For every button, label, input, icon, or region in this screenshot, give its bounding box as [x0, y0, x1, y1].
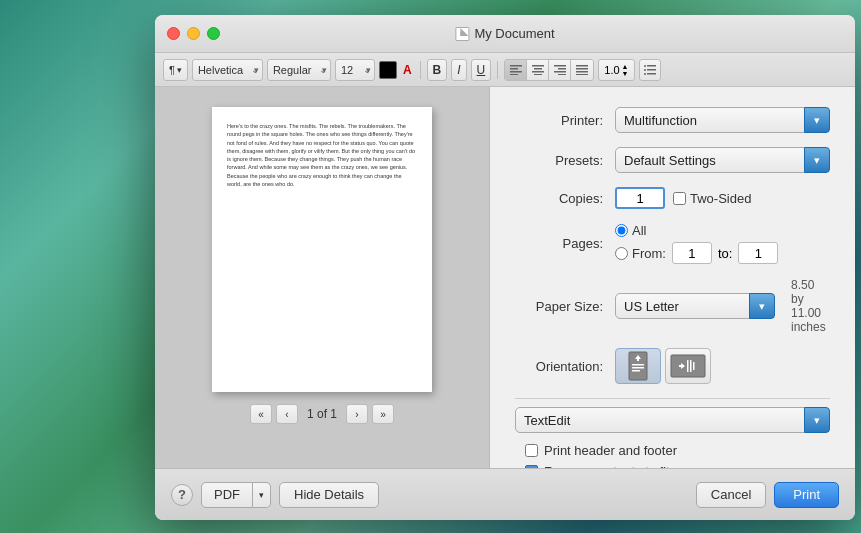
first-page-button[interactable]: «	[250, 404, 272, 424]
pages-all-radio[interactable]	[615, 224, 628, 237]
spacing-value: 1.0	[604, 64, 619, 76]
copies-input[interactable]	[615, 187, 665, 209]
print-header-checkbox[interactable]	[525, 444, 538, 457]
landscape-button[interactable]	[665, 348, 711, 384]
pages-from-radio[interactable]	[615, 247, 628, 260]
font-style-select[interactable]: Regular	[267, 59, 331, 81]
preview-text: Here's to the crazy ones. The misfits. T…	[227, 122, 417, 188]
copies-row: Copies: Two-Sided	[515, 187, 830, 209]
last-page-button[interactable]: »	[372, 404, 394, 424]
two-sided-label: Two-Sided	[673, 191, 751, 206]
svg-rect-14	[576, 71, 588, 73]
bottom-bar: ? PDF ▾ Hide Details Cancel Print	[155, 468, 855, 520]
minimize-button[interactable]	[187, 27, 200, 40]
font-size-wrapper: 12 ▾	[335, 59, 375, 81]
svg-rect-2	[510, 71, 522, 73]
copies-control: Two-Sided	[615, 187, 830, 209]
textedit-select-row: TextEdit ▾	[515, 407, 830, 433]
close-button[interactable]	[167, 27, 180, 40]
font-size-select[interactable]: 12	[335, 59, 375, 81]
color-box[interactable]	[379, 61, 397, 79]
pdf-button[interactable]: PDF	[201, 482, 253, 508]
pages-row: Pages: All From: to:	[515, 223, 830, 264]
pages-from-row: From: to:	[615, 242, 778, 264]
presets-select[interactable]: Default Settings	[615, 147, 830, 173]
svg-rect-5	[534, 68, 542, 70]
printer-label: Printer:	[515, 113, 615, 128]
textedit-select-wrapper: TextEdit ▾	[515, 407, 830, 433]
align-center-button[interactable]	[527, 60, 549, 80]
align-left-button[interactable]	[505, 60, 527, 80]
divider-1	[515, 398, 830, 399]
paragraph-button[interactable]: ¶ ▾	[163, 59, 188, 81]
page-indicator: 1 of 1	[302, 407, 342, 421]
svg-rect-26	[632, 367, 644, 369]
paper-size-control: US Letter ▾ 8.50 by 11.00 inches	[615, 278, 830, 334]
print-button[interactable]: Print	[774, 482, 839, 508]
printer-control: Multifunction ▾	[615, 107, 830, 133]
maximize-button[interactable]	[207, 27, 220, 40]
printer-select[interactable]: Multifunction	[615, 107, 830, 133]
orientation-label: Orientation:	[515, 359, 615, 374]
help-button[interactable]: ?	[171, 484, 193, 506]
cancel-button[interactable]: Cancel	[696, 482, 766, 508]
svg-rect-12	[576, 65, 588, 67]
align-justify-button[interactable]	[571, 60, 593, 80]
printer-row: Printer: Multifunction ▾	[515, 107, 830, 133]
pages-combined: All From: to:	[615, 223, 778, 264]
text-color-icon[interactable]: A	[401, 61, 414, 79]
svg-rect-31	[687, 360, 689, 372]
svg-rect-16	[647, 65, 656, 67]
line-spacing-control[interactable]: 1.0 ▲▼	[598, 59, 634, 81]
window-title: My Document	[455, 26, 554, 41]
svg-point-19	[644, 65, 646, 67]
portrait-button[interactable]	[615, 348, 661, 384]
italic-button[interactable]: I	[451, 59, 466, 81]
align-right-button[interactable]	[549, 60, 571, 80]
pages-control: All From: to:	[615, 223, 830, 264]
alignment-group	[504, 59, 594, 81]
options-pane: Printer: Multifunction ▾ Presets:	[490, 87, 855, 468]
prev-page-button[interactable]: ‹	[276, 404, 298, 424]
svg-rect-7	[534, 74, 542, 75]
pages-from-input[interactable]	[672, 242, 712, 264]
paragraph-icon: ¶	[169, 64, 175, 76]
list-icon-button[interactable]	[639, 59, 661, 81]
bold-button[interactable]: B	[427, 59, 448, 81]
pages-to-label: to:	[718, 246, 732, 261]
orientation-control	[615, 348, 830, 384]
pages-all-text: All	[632, 223, 646, 238]
svg-rect-17	[647, 69, 656, 71]
titlebar: My Document	[155, 15, 855, 53]
pages-label: Pages:	[515, 236, 615, 251]
svg-rect-32	[690, 360, 692, 372]
svg-rect-25	[632, 364, 644, 366]
svg-rect-4	[532, 65, 544, 67]
print-dialog: My Document ¶ ▾ Helvetica ▾ Regular ▾ 12…	[155, 15, 855, 520]
pages-to-input[interactable]	[738, 242, 778, 264]
svg-rect-13	[576, 68, 588, 70]
toolbar: ¶ ▾ Helvetica ▾ Regular ▾ 12 ▾ A B	[155, 53, 855, 87]
svg-rect-11	[558, 74, 566, 75]
pdf-button-group: PDF ▾	[201, 482, 271, 508]
presets-select-wrapper: Default Settings ▾	[615, 147, 830, 173]
paper-size-select[interactable]: US Letter	[615, 293, 775, 319]
traffic-lights	[167, 27, 220, 40]
next-page-button[interactable]: ›	[346, 404, 368, 424]
svg-rect-10	[554, 71, 566, 73]
svg-rect-9	[558, 68, 566, 70]
underline-button[interactable]: U	[471, 59, 492, 81]
textedit-select[interactable]: TextEdit	[515, 407, 830, 433]
page-preview: Here's to the crazy ones. The misfits. T…	[212, 107, 432, 392]
hide-details-button[interactable]: Hide Details	[279, 482, 379, 508]
svg-point-20	[644, 69, 646, 71]
svg-rect-27	[632, 370, 640, 372]
svg-rect-15	[576, 74, 588, 75]
svg-rect-0	[510, 65, 522, 67]
orientation-buttons	[615, 348, 711, 384]
font-family-select[interactable]: Helvetica	[192, 59, 263, 81]
title-label: My Document	[474, 26, 554, 41]
document-icon	[455, 27, 469, 41]
two-sided-checkbox[interactable]	[673, 192, 686, 205]
pdf-arrow-button[interactable]: ▾	[253, 482, 271, 508]
